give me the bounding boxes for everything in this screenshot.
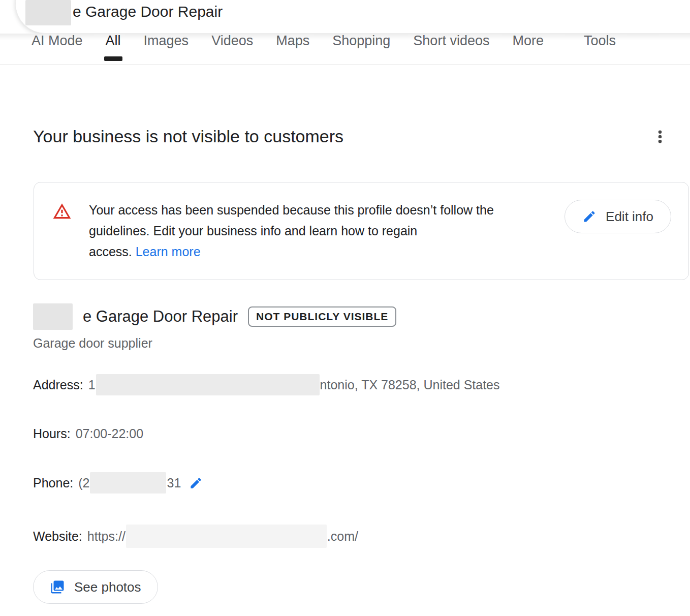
warning-message: Your access has been suspended because t… bbox=[89, 200, 547, 262]
hours-label: Hours: bbox=[33, 426, 71, 441]
edit-info-label: Edit info bbox=[606, 209, 653, 225]
redacted-address-segment bbox=[96, 374, 320, 395]
header-shadow bbox=[0, 34, 690, 40]
see-photos-label: See photos bbox=[74, 579, 141, 595]
google-search-results-page: AI Mode All Images Videos Maps Shopping … bbox=[0, 0, 690, 616]
not-publicly-visible-badge: NOT PUBLICLY VISIBLE bbox=[248, 306, 396, 327]
phone-label: Phone: bbox=[33, 476, 73, 490]
suspension-warning-card: Your access has been suspended because t… bbox=[34, 182, 689, 280]
redacted-phone-segment bbox=[90, 472, 166, 494]
phone-suffix: 31 bbox=[167, 476, 181, 490]
edit-pencil-icon bbox=[582, 209, 597, 224]
hours-row: Hours: 07:00-22:00 bbox=[33, 426, 678, 441]
phone-edit-pencil-icon[interactable] bbox=[189, 476, 203, 490]
warning-triangle-icon bbox=[52, 202, 72, 223]
photo-library-icon bbox=[50, 579, 65, 595]
phone-prefix: (2 bbox=[78, 476, 89, 490]
learn-more-link[interactable]: Learn more bbox=[136, 244, 201, 259]
business-category: Garage door supplier bbox=[33, 336, 678, 351]
tabs-divider bbox=[0, 65, 690, 65]
business-profile-panel: Your business is not visible to customer… bbox=[0, 125, 690, 616]
edit-info-button[interactable]: Edit info bbox=[564, 200, 671, 233]
website-row: Website: https:// .com/ bbox=[33, 525, 678, 548]
address-prefix: 1 bbox=[88, 378, 96, 392]
warning-message-text: Your access has been suspended because t… bbox=[89, 203, 494, 238]
search-query-row: e Garage Door Repair bbox=[25, 0, 223, 25]
search-header-area: AI Mode All Images Videos Maps Shopping … bbox=[0, 0, 690, 65]
see-photos-button[interactable]: See photos bbox=[33, 570, 158, 604]
page-title: Your business is not visible to customer… bbox=[33, 125, 343, 147]
more-options-icon[interactable] bbox=[649, 126, 671, 149]
business-name-row: e Garage Door Repair NOT PUBLICLY VISIBL… bbox=[33, 303, 678, 330]
redacted-website-segment bbox=[126, 525, 327, 548]
website-suffix: .com/ bbox=[327, 529, 358, 544]
redacted-name-segment bbox=[33, 303, 73, 330]
redacted-query-segment bbox=[25, 0, 71, 25]
address-suffix: ntonio, TX 78258, United States bbox=[320, 378, 500, 392]
website-prefix: https:// bbox=[87, 529, 126, 544]
search-query-text[interactable]: e Garage Door Repair bbox=[73, 0, 223, 23]
title-row: Your business is not visible to customer… bbox=[33, 125, 678, 149]
warning-message-text-2: access. bbox=[89, 244, 132, 259]
phone-row: Phone: (2 31 bbox=[33, 472, 678, 494]
business-name: e Garage Door Repair bbox=[83, 307, 238, 326]
address-label: Address: bbox=[33, 378, 83, 392]
address-row: Address: 1 ntonio, TX 78258, United Stat… bbox=[33, 374, 678, 395]
website-label: Website: bbox=[33, 529, 82, 544]
hours-value: 07:00-22:00 bbox=[76, 426, 143, 441]
